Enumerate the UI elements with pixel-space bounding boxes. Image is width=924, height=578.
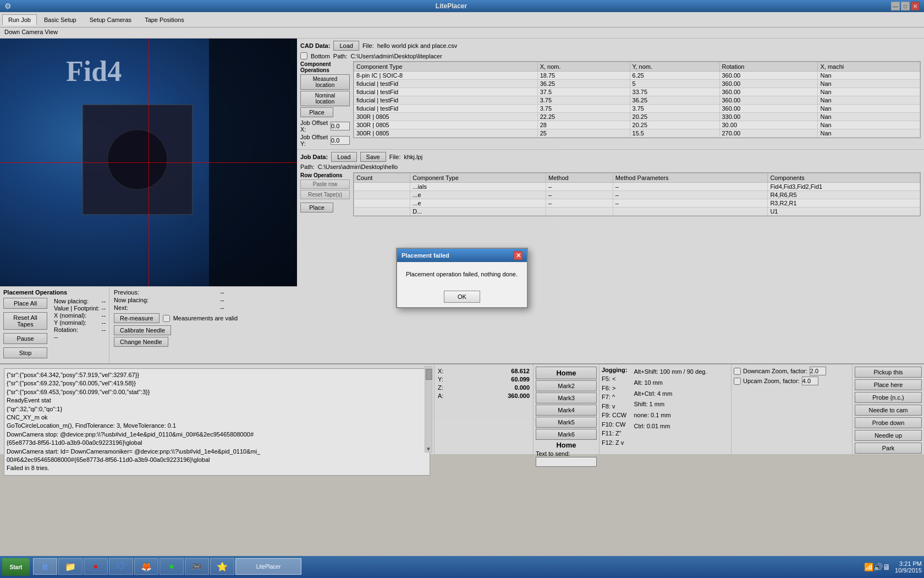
dialog-titlebar: Placement failed ✕ <box>397 249 527 262</box>
taskbar-right: 📶🔊🖥 3:21 PM 10/9/2015 <box>864 560 922 574</box>
dialog-footer: OK <box>397 286 527 307</box>
taskbar-app6[interactable]: ● <box>160 558 184 575</box>
taskbar-app4[interactable]: 🛡 <box>109 558 133 575</box>
dialog-message: Placement operation failed, nothing done… <box>406 271 518 277</box>
taskbar-app8[interactable]: ⭐ <box>210 558 234 575</box>
taskbar: Start e 📁 ● 🛡 🦊 ● 🎮 ⭐ LitePlacer <box>0 556 924 578</box>
dialog-ok-button[interactable]: OK <box>444 291 480 303</box>
taskbar-app7[interactable]: 🎮 <box>185 558 209 575</box>
start-button[interactable]: Start <box>2 558 30 576</box>
dialog-overlay: Placement failed ✕ Placement operation f… <box>0 0 924 556</box>
taskbar-ie[interactable]: e <box>33 558 57 575</box>
dialog-title: Placement failed <box>402 252 449 259</box>
taskbar-app3[interactable]: ● <box>84 558 108 575</box>
taskbar-liteplacer[interactable]: LitePlacer <box>235 558 301 575</box>
dialog-close-button[interactable]: ✕ <box>514 251 522 260</box>
placement-failed-dialog: Placement failed ✕ Placement operation f… <box>396 248 528 308</box>
taskbar-apps: Start e 📁 ● 🛡 🦊 ● 🎮 ⭐ LitePlacer <box>2 558 301 576</box>
taskbar-time: 3:21 PM 10/9/2015 <box>895 560 922 574</box>
tray-icons: 📶🔊🖥 <box>864 563 890 571</box>
dialog-body: Placement operation failed, nothing done… <box>397 262 527 286</box>
taskbar-folder[interactable]: 📁 <box>58 558 82 575</box>
taskbar-firefox[interactable]: 🦊 <box>134 558 158 575</box>
